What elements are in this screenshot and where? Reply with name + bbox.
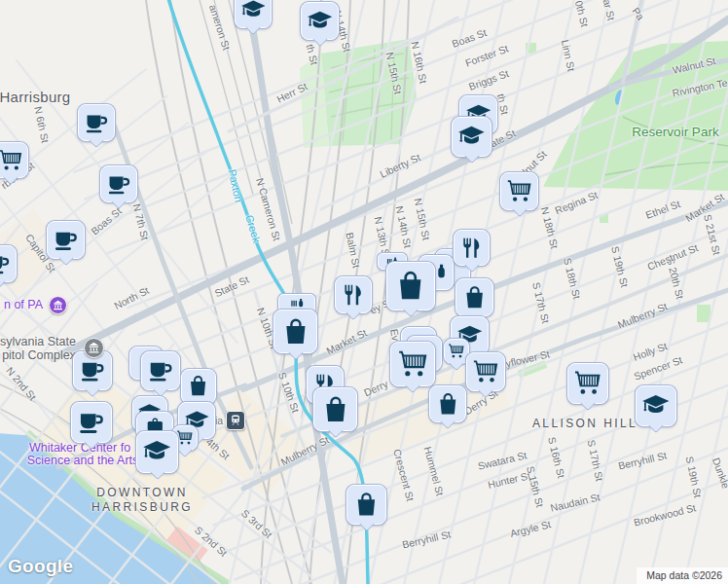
grad-cap-pin-icon[interactable] <box>452 117 491 157</box>
map-canvas[interactable]: HarrisburgDOWNTOWNHARRISBURGALLISON HILL… <box>0 0 728 584</box>
cart-pin-icon[interactable] <box>0 142 28 178</box>
coffee-pin-icon[interactable] <box>100 165 137 202</box>
bag-pin-icon[interactable] <box>273 310 317 353</box>
cart-pin-icon[interactable] <box>390 342 435 386</box>
bag-pin-icon[interactable] <box>455 278 493 316</box>
restaurant-pin-icon[interactable] <box>335 276 372 313</box>
coffee-pin-icon[interactable] <box>71 402 112 443</box>
grad-cap-pin-icon[interactable] <box>235 0 272 28</box>
bag-pin-icon[interactable] <box>313 387 357 431</box>
landmark-pin-icon[interactable] <box>84 338 104 358</box>
cart-pin-icon[interactable] <box>500 172 538 210</box>
museum-pin-icon[interactable] <box>49 296 67 314</box>
bag-pin-icon[interactable] <box>181 369 216 404</box>
bag-pin-icon[interactable] <box>429 385 466 422</box>
map-attribution: Map data ©2026 <box>637 567 728 584</box>
grad-cap-pin-icon[interactable] <box>136 431 178 473</box>
cart-pin-icon[interactable] <box>466 352 505 391</box>
coffee-pin-icon[interactable] <box>47 221 85 259</box>
train-pin-icon[interactable] <box>226 411 245 430</box>
coffee-pin-icon[interactable] <box>141 351 180 390</box>
cart-pin-icon[interactable] <box>567 363 608 404</box>
bag-pin-icon[interactable] <box>386 262 435 310</box>
coffee-pin-icon[interactable] <box>78 104 115 141</box>
google-logo[interactable]: Google <box>8 556 73 577</box>
restaurant-pin-icon[interactable] <box>454 230 490 266</box>
coffee-pin-icon[interactable] <box>0 245 17 282</box>
pins-layer <box>0 0 728 584</box>
grad-cap-pin-icon[interactable] <box>636 385 676 426</box>
grad-cap-pin-icon[interactable] <box>301 2 339 40</box>
bag-pin-icon[interactable] <box>346 485 386 525</box>
